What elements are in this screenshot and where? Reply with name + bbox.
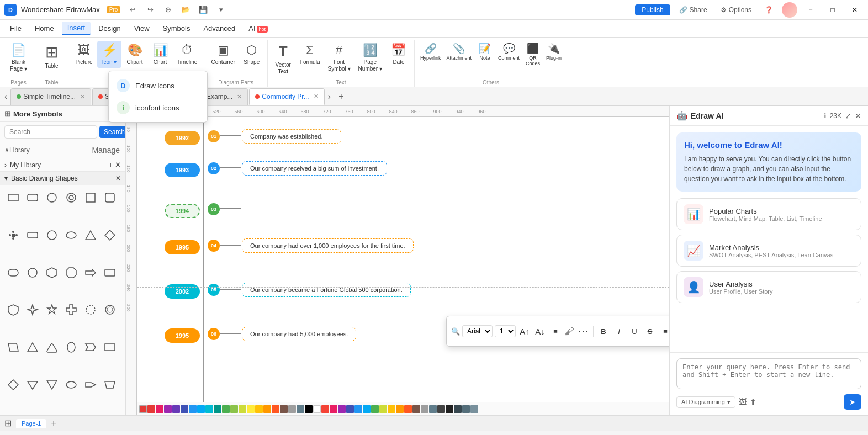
help-btn[interactable]: ❓ [760, 4, 777, 15]
timeline-btn[interactable]: ⏱ Timeline [173, 41, 200, 68]
shape-rect2[interactable] [24, 226, 41, 244]
user-avatar[interactable] [782, 2, 797, 18]
cs-4[interactable] [172, 405, 180, 413]
blank-page-btn[interactable]: 📄 BlankPage ▾ [7, 41, 31, 75]
shape-circle3[interactable] [24, 264, 41, 282]
cs-6[interactable] [189, 405, 197, 413]
more-btn[interactable]: ▾ [213, 4, 229, 16]
ai-diagramming-select[interactable]: AI Diagramming ▾ [676, 396, 735, 408]
font-size-select[interactable]: 12 [495, 325, 516, 337]
tab-scroll-left[interactable]: ‹ [2, 92, 9, 102]
formula-btn[interactable]: Σ Formula [297, 41, 324, 68]
search-button[interactable]: Search [99, 126, 126, 138]
tl-text-5[interactable]: Our company had 5,000 employees. [242, 327, 356, 341]
picture-btn[interactable]: 🖼 Picture [72, 41, 96, 68]
cs-8[interactable] [205, 405, 213, 413]
tl-text-1[interactable]: Our company received a big sum of invest… [242, 161, 387, 176]
cs-35[interactable] [429, 405, 437, 413]
tl-text-4[interactable]: Our company became a Fortune Global 500 … [242, 283, 411, 297]
cs-25[interactable] [346, 405, 354, 413]
font-size-decrease[interactable]: A↓ [533, 325, 547, 338]
shape-cross[interactable] [62, 301, 80, 319]
shape-rect[interactable] [4, 189, 22, 206]
cs-39[interactable] [462, 405, 470, 413]
table-btn[interactable]: ⊞ Table [40, 41, 64, 72]
cs-5[interactable] [181, 405, 188, 413]
cs-40[interactable] [470, 405, 478, 413]
save-btn[interactable]: 💾 [195, 4, 211, 16]
cs-12[interactable] [239, 405, 246, 413]
new-btn[interactable]: ⊕ [160, 4, 176, 16]
cs-24[interactable] [338, 405, 346, 413]
my-library-close[interactable]: ✕ [115, 161, 121, 169]
cs-16[interactable] [272, 405, 279, 413]
cs-20[interactable] [305, 405, 313, 413]
italic-btn[interactable]: I [612, 325, 626, 338]
shape-ellipse3[interactable] [62, 376, 80, 394]
ordered-list-btn[interactable]: ≡ [659, 325, 669, 338]
cs-15[interactable] [263, 405, 271, 413]
shape-star6[interactable] [43, 301, 61, 319]
strikethrough-btn[interactable]: S [643, 325, 657, 338]
tab-scroll-right[interactable]: › [326, 92, 333, 102]
menu-home[interactable]: Home [29, 22, 60, 35]
shape-hexagon[interactable] [43, 264, 61, 282]
attachment-btn[interactable]: 📎 Attachment [444, 41, 474, 63]
ai-input[interactable] [676, 358, 861, 389]
shape-trapezoid[interactable] [101, 376, 119, 394]
cs-21[interactable] [313, 405, 321, 413]
cs-37[interactable] [446, 405, 453, 413]
shape-square[interactable] [82, 189, 99, 206]
close-btn[interactable]: ✕ [846, 4, 864, 16]
edraw-icons-item[interactable]: D Edraw icons [109, 75, 207, 97]
font-size-increase[interactable]: A↑ [518, 325, 531, 338]
shape-diamond-sm[interactable] [4, 226, 22, 244]
ai-suggestion-popular-charts[interactable]: 📊 Popular Charts Flowchart, Mind Map, Ta… [676, 198, 861, 230]
tab-3-close[interactable]: ✕ [314, 93, 319, 100]
cs-17[interactable] [280, 405, 288, 413]
shape-circle4[interactable] [82, 301, 99, 319]
cs-7[interactable] [197, 405, 205, 413]
comment-btn[interactable]: 💬 Comment [496, 41, 522, 63]
cs-10[interactable] [222, 405, 230, 413]
redo-btn[interactable]: ↪ [142, 4, 158, 16]
shape-ellipse2[interactable] [62, 338, 80, 356]
shape-rounded-square[interactable] [101, 189, 119, 206]
text-align-btn[interactable]: ≡ [549, 325, 562, 338]
shape-diamond3[interactable] [4, 376, 22, 394]
cs-18[interactable] [288, 405, 296, 413]
maximize-btn[interactable]: □ [824, 4, 841, 16]
cs-3[interactable] [164, 405, 172, 413]
cs-2[interactable] [156, 405, 163, 413]
shape-tri3[interactable] [24, 376, 41, 394]
cs-23[interactable] [330, 405, 337, 413]
tab-0-close[interactable]: ✕ [80, 93, 85, 100]
shape-rounded-rect3[interactable] [4, 264, 22, 282]
tab-0[interactable]: Simple Timeline... ✕ [10, 88, 91, 105]
ai-suggestion-user-analysis[interactable]: 👤 User Analysis User Profile, User Story [676, 271, 861, 303]
shape-rounded-tri[interactable] [43, 338, 61, 356]
my-library-row[interactable]: › My Library + ✕ [0, 158, 125, 172]
cs-30[interactable] [388, 405, 395, 413]
tab-2-close[interactable]: ✕ [237, 93, 242, 100]
shape-ring[interactable] [62, 189, 80, 206]
cs-32[interactable] [404, 405, 412, 413]
cs-11[interactable] [230, 405, 238, 413]
shape-triangle[interactable] [82, 226, 99, 244]
tab-add-btn[interactable]: + [334, 89, 348, 104]
canvas-area[interactable]: 400 440 480 520 560 600 640 680 720 760 … [126, 106, 669, 415]
ai-info-btn[interactable]: ℹ [824, 112, 827, 120]
shape-rect4[interactable] [101, 338, 119, 356]
shape-ellipse[interactable] [62, 226, 80, 244]
my-library-add[interactable]: + [108, 161, 113, 169]
open-btn[interactable]: 📂 [178, 4, 193, 16]
menu-symbols[interactable]: Symbols [157, 22, 196, 35]
shape-rounded-rect[interactable] [24, 189, 41, 206]
shape-parallelogram[interactable] [4, 338, 22, 356]
font-select[interactable]: Arial [462, 325, 493, 337]
page-tab-1[interactable]: Page-1 [16, 419, 46, 428]
menu-file[interactable]: File [4, 22, 27, 35]
page-nav-icon[interactable]: ⊞ [4, 418, 12, 428]
ai-export-icon[interactable]: ⬆ [750, 397, 756, 406]
ai-close-btn[interactable]: ✕ [855, 112, 861, 120]
